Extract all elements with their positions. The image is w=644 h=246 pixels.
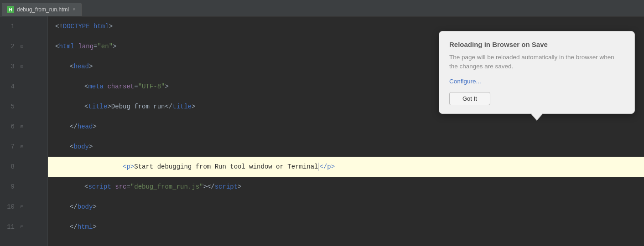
line8-content: <p>Start debugging from Run tool window … (84, 155, 335, 178)
fold-3[interactable]: ⊟ (18, 64, 26, 69)
line1-content: <!DOCTYPE html> (55, 23, 113, 30)
fold-10[interactable]: ⊟ (18, 204, 26, 210)
line9-content: <script src="debug_from_run.js"></script… (84, 183, 242, 190)
line-number-9: 9 (0, 183, 18, 190)
line-number-6: 6 (0, 123, 18, 130)
line-number-1: 1 (0, 23, 18, 30)
line6-content: </head> (70, 123, 97, 130)
fold-7[interactable]: ⊟ (18, 144, 26, 149)
gutter-row-10: 10 ⊟ (0, 197, 47, 217)
code-line-8[interactable]: <p>Start debugging from Run tool window … (48, 157, 644, 177)
line-number-4: 4 (0, 83, 18, 90)
line11-content: </html> (70, 223, 97, 231)
code-line-11[interactable]: </html> (48, 217, 644, 237)
text-cursor (318, 163, 319, 171)
configure-link[interactable]: Configure... (449, 78, 624, 85)
line-number-10: 10 (0, 203, 18, 210)
gutter-row-11: 11 ⊟ (0, 217, 47, 237)
line-number-8: 8 (0, 163, 18, 170)
code-line-9[interactable]: <script src="debug_from_run.js"></script… (48, 177, 644, 197)
line2-content: <html lang="en"> (55, 43, 116, 50)
gutter-row-3: 3 ⊟ (0, 56, 47, 77)
code-area[interactable]: <!DOCTYPE html> <html lang="en"> <head> … (48, 16, 644, 246)
fold-11[interactable]: ⊟ (18, 224, 26, 230)
line5-content: <title>Debug from run</title> (84, 103, 196, 110)
code-line-7[interactable]: <body> (48, 137, 644, 157)
gutter-row-2: 2 ⊟ (0, 36, 47, 56)
gutter-row-7: 7 ⊟ (0, 137, 47, 157)
editor-area: 1 2 ⊟ 3 ⊟ 4 5 6 ⊟ 7 ⊟ 8 (0, 16, 644, 246)
line-number-3: 3 (0, 63, 18, 70)
gutter-row-5: 5 (0, 97, 47, 117)
reload-popup: Reloading in Browser on Save The page wi… (439, 31, 635, 114)
got-it-button[interactable]: Got It (449, 92, 490, 105)
line7-content: <body> (70, 143, 93, 150)
gutter-row-1: 1 (0, 16, 47, 36)
line3-content: <head> (70, 63, 93, 70)
line-number-11: 11 (0, 223, 18, 231)
gutter-row-8: 8 (0, 157, 47, 177)
gutter-row-4: 4 (0, 77, 47, 97)
tab-title: debug_from_run.html (17, 6, 69, 13)
gutter-row-9: 9 (0, 177, 47, 197)
line-number-2: 2 (0, 43, 18, 50)
line4-content: <meta charset="UTF-8"> (84, 83, 169, 90)
popup-title: Reloading in Browser on Save (449, 41, 624, 48)
tab-close-icon[interactable]: × (72, 6, 77, 13)
tab-file-icon: H (7, 6, 14, 13)
gutter-row-6: 6 ⊟ (0, 117, 47, 137)
tab-bar: H debug_from_run.html × (0, 0, 644, 16)
fold-2[interactable]: ⊟ (18, 44, 26, 49)
code-line-10[interactable]: </body> (48, 197, 644, 217)
line-number-5: 5 (0, 103, 18, 110)
line10-content: </body> (70, 203, 97, 210)
line-number-7: 7 (0, 143, 18, 150)
line-gutter: 1 2 ⊟ 3 ⊟ 4 5 6 ⊟ 7 ⊟ 8 (0, 16, 48, 246)
editor-tab[interactable]: H debug_from_run.html × (2, 3, 82, 16)
popup-body: The page will be reloaded automatically … (449, 53, 624, 72)
code-line-6[interactable]: </head> (48, 117, 644, 137)
fold-6[interactable]: ⊟ (18, 124, 26, 129)
